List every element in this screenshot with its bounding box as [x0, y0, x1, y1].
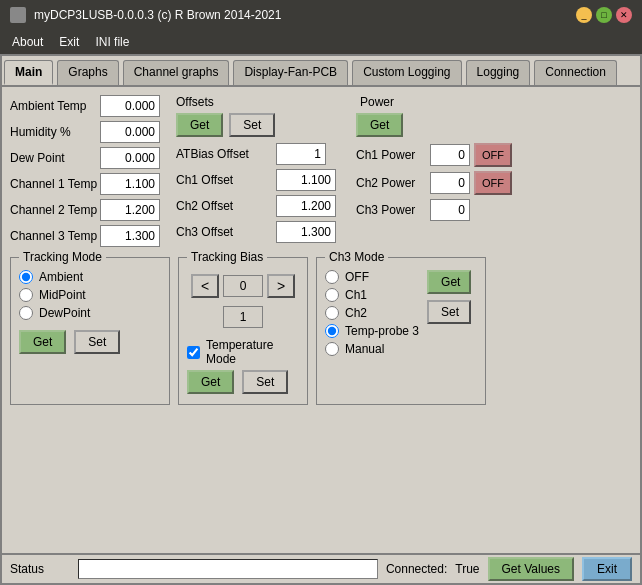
sensor-readings: Ambient Temp Humidity % Dew Point Channe…: [10, 95, 160, 251]
ch2-temp-input[interactable]: [100, 199, 160, 221]
ch1-power-label: Ch1 Power: [356, 148, 426, 162]
menu-bar: About Exit INI file: [0, 30, 642, 54]
exit-button[interactable]: Exit: [582, 557, 632, 581]
ch3-ch2-label: Ch2: [345, 306, 367, 320]
title-bar: myDCP3LUSB-0.0.0.3 (c) R Brown 2014-2021…: [0, 0, 642, 30]
ch1-offset-input[interactable]: [276, 169, 336, 191]
tracking-mode-get-button[interactable]: Get: [19, 330, 66, 354]
tab-graphs[interactable]: Graphs: [57, 60, 118, 85]
ambient-temp-label: Ambient Temp: [10, 99, 100, 113]
minimize-button[interactable]: _: [576, 7, 592, 23]
temperature-mode-checkbox[interactable]: [187, 346, 200, 359]
ch2-offset-label: Ch2 Offset: [176, 199, 276, 213]
ch3-tempprobe-label: Temp-probe 3: [345, 324, 419, 338]
tracking-midpoint-radio[interactable]: [19, 288, 33, 302]
temperature-mode-get-button[interactable]: Get: [187, 370, 234, 394]
tracking-bias-section: Tracking Bias < 0 > 1 Temperature Mode: [178, 257, 308, 405]
tracking-bias-more-button[interactable]: >: [267, 274, 295, 298]
get-values-button[interactable]: Get Values: [488, 557, 574, 581]
tracking-bias-value: 0: [223, 275, 263, 297]
offsets-set-button[interactable]: Set: [229, 113, 275, 137]
atbias-input[interactable]: [276, 143, 326, 165]
ch1-off-button[interactable]: OFF: [474, 143, 512, 167]
content-area: Ambient Temp Humidity % Dew Point Channe…: [2, 87, 640, 528]
atbias-label: ATBias Offset: [176, 147, 276, 161]
ch1-offset-label: Ch1 Offset: [176, 173, 276, 187]
tracking-ambient-radio[interactable]: [19, 270, 33, 284]
tabs-bar: Main Graphs Channel graphs Display-Fan-P…: [2, 56, 640, 87]
ch3-mode-section: Ch3 Mode OFF Ch1 Ch2: [316, 257, 486, 405]
tracking-bias-display: 1: [223, 306, 263, 328]
ch3-tempprobe-radio[interactable]: [325, 324, 339, 338]
connected-value: True: [455, 562, 479, 576]
ch3-mode-get-button[interactable]: Get: [427, 270, 471, 294]
ch3-power-label: Ch3 Power: [356, 203, 426, 217]
ambient-temp-input[interactable]: [100, 95, 160, 117]
ch3-temp-input[interactable]: [100, 225, 160, 247]
tracking-ambient-label: Ambient: [39, 270, 83, 284]
tracking-dewpoint-radio[interactable]: [19, 306, 33, 320]
tab-main[interactable]: Main: [4, 60, 53, 85]
dew-point-input[interactable]: [100, 147, 160, 169]
ch1-temp-input[interactable]: [100, 173, 160, 195]
ch3-off-label: OFF: [345, 270, 369, 284]
ch1-power-input[interactable]: [430, 144, 470, 166]
ch3-power-input[interactable]: [430, 199, 470, 221]
ch3-offset-input[interactable]: [276, 221, 336, 243]
menu-ini-file[interactable]: INI file: [87, 33, 137, 51]
power-get-button[interactable]: Get: [356, 113, 403, 137]
main-window: Main Graphs Channel graphs Display-Fan-P…: [0, 54, 642, 585]
temperature-mode-set-button[interactable]: Set: [242, 370, 288, 394]
status-input[interactable]: [78, 559, 378, 579]
tab-channel-graphs[interactable]: Channel graphs: [123, 60, 230, 85]
window-title: myDCP3LUSB-0.0.0.3 (c) R Brown 2014-2021: [34, 8, 281, 22]
ch2-temp-label: Channel 2 Temp: [10, 203, 100, 217]
tracking-mode-set-button[interactable]: Set: [74, 330, 120, 354]
ch3-off-radio[interactable]: [325, 270, 339, 284]
menu-exit[interactable]: Exit: [51, 33, 87, 51]
ch2-power-input[interactable]: [430, 172, 470, 194]
status-bar: Status Connected: True Get Values Exit: [2, 553, 640, 583]
ch3-mode-set-button[interactable]: Set: [427, 300, 471, 324]
ch3-offset-label: Ch3 Offset: [176, 225, 276, 239]
humidity-input[interactable]: [100, 121, 160, 143]
offsets-heading: Offsets: [176, 95, 336, 109]
tracking-mode-section: Tracking Mode Ambient MidPoint DewPoint: [10, 257, 170, 405]
ch1-temp-label: Channel 1 Temp: [10, 177, 100, 191]
status-label: Status: [10, 562, 70, 576]
power-section: Power Get Ch1 Power OFF Ch2 Power OFF Ch…: [356, 95, 512, 251]
ch3-ch1-radio[interactable]: [325, 288, 339, 302]
tracking-bias-label: Tracking Bias: [187, 250, 267, 264]
ch3-manual-radio[interactable]: [325, 342, 339, 356]
menu-about[interactable]: About: [4, 33, 51, 51]
app-icon: [10, 7, 26, 23]
ch2-offset-input[interactable]: [276, 195, 336, 217]
tab-connection[interactable]: Connection: [534, 60, 617, 85]
dew-point-label: Dew Point: [10, 151, 100, 165]
tab-custom-logging[interactable]: Custom Logging: [352, 60, 461, 85]
ch3-manual-label: Manual: [345, 342, 384, 356]
tracking-midpoint-label: MidPoint: [39, 288, 86, 302]
ch2-power-label: Ch2 Power: [356, 176, 426, 190]
offsets-section: Offsets Get Set ATBias Offset Ch1 Offset…: [176, 95, 336, 251]
humidity-label: Humidity %: [10, 125, 100, 139]
close-button[interactable]: ✕: [616, 7, 632, 23]
tab-logging[interactable]: Logging: [466, 60, 531, 85]
temperature-mode-label: Temperature Mode: [206, 338, 299, 366]
tracking-dewpoint-label: DewPoint: [39, 306, 90, 320]
tab-display-fan-pcb[interactable]: Display-Fan-PCB: [233, 60, 348, 85]
ch2-off-button[interactable]: OFF: [474, 171, 512, 195]
maximize-button[interactable]: □: [596, 7, 612, 23]
ch3-temp-label: Channel 3 Temp: [10, 229, 100, 243]
offsets-get-button[interactable]: Get: [176, 113, 223, 137]
tracking-mode-label: Tracking Mode: [19, 250, 106, 264]
power-heading: Power: [360, 95, 512, 109]
tracking-bias-less-button[interactable]: <: [191, 274, 219, 298]
connected-label: Connected:: [386, 562, 447, 576]
ch3-mode-label: Ch3 Mode: [325, 250, 388, 264]
ch3-ch1-label: Ch1: [345, 288, 367, 302]
ch3-ch2-radio[interactable]: [325, 306, 339, 320]
